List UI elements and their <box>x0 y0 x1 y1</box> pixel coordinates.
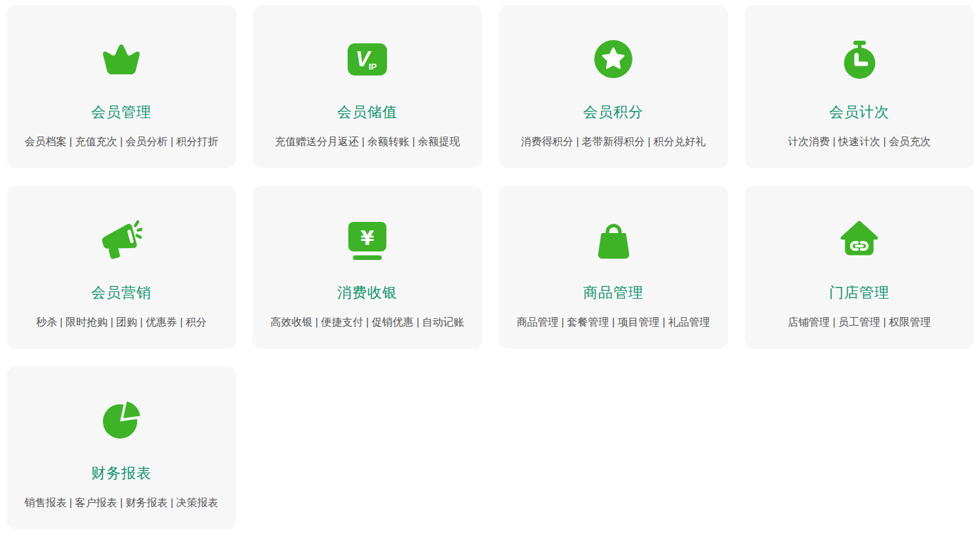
card-subtitle: 充值赠送分月返还 | 余额转账 | 余额提现 <box>275 135 460 148</box>
card-title: 会员储值 <box>337 104 398 121</box>
card-checkout-cashier[interactable]: ¥ 消费收银 高效收银 | 便捷支付 | 促销优惠 | 自动记账 <box>253 186 482 349</box>
card-member-counting[interactable]: 会员计次 计次消费 | 快速计次 | 会员充次 <box>745 5 974 168</box>
card-subtitle: 高效收银 | 便捷支付 | 促销优惠 | 自动记账 <box>270 316 464 329</box>
svg-text:¥: ¥ <box>361 226 375 249</box>
card-subtitle: 商品管理 | 套餐管理 | 项目管理 | 礼品管理 <box>516 316 710 329</box>
card-member-management[interactable]: 会员管理 会员档案 | 充值充次 | 会员分析 | 积分打折 <box>7 5 236 168</box>
card-subtitle: 会员档案 | 充值充次 | 会员分析 | 积分打折 <box>24 135 218 148</box>
card-title: 商品管理 <box>583 284 643 301</box>
card-member-stored-value[interactable]: VIP 会员储值 充值赠送分月返还 | 余额转账 | 余额提现 <box>253 5 482 168</box>
card-subtitle: 秒杀 | 限时抢购 | 团购 | 优惠券 | 积分 <box>36 316 207 329</box>
svg-text:IP: IP <box>369 62 377 72</box>
shopping-bag-icon <box>594 219 634 261</box>
card-subtitle: 销售报表 | 客户报表 | 财务报表 | 决策报表 <box>24 496 218 509</box>
card-title: 会员计次 <box>829 104 889 121</box>
card-financial-reports[interactable]: 财务报表 销售报表 | 客户报表 | 财务报表 | 决策报表 <box>7 366 236 529</box>
megaphone-icon <box>101 219 142 261</box>
card-subtitle: 店铺管理 | 员工管理 | 权限管理 <box>788 316 931 329</box>
card-grid: 会员管理 会员档案 | 充值充次 | 会员分析 | 积分打折 VIP 会员储值 … <box>0 0 980 537</box>
card-subtitle: 计次消费 | 快速计次 | 会员充次 <box>788 135 931 148</box>
stopwatch-icon <box>840 38 880 80</box>
card-product-management[interactable]: 商品管理 商品管理 | 套餐管理 | 项目管理 | 礼品管理 <box>499 186 728 349</box>
card-title: 会员积分 <box>583 104 643 121</box>
card-title: 财务报表 <box>91 465 152 482</box>
vip-badge-icon: VIP <box>346 38 388 80</box>
crown-icon <box>101 38 142 80</box>
card-member-points[interactable]: 会员积分 消费得积分 | 老带新得积分 | 积分兑好礼 <box>499 5 728 168</box>
card-subtitle: 消费得积分 | 老带新得积分 | 积分兑好礼 <box>521 135 706 148</box>
card-title: 会员管理 <box>91 104 152 121</box>
house-link-icon <box>839 219 880 261</box>
card-title: 消费收银 <box>337 284 398 301</box>
card-member-marketing[interactable]: 会员营销 秒杀 | 限时抢购 | 团购 | 优惠券 | 积分 <box>7 186 236 349</box>
pie-chart-icon <box>101 399 142 441</box>
star-circle-icon <box>593 38 634 80</box>
card-title: 门店管理 <box>829 284 889 301</box>
card-store-management[interactable]: 门店管理 店铺管理 | 员工管理 | 权限管理 <box>745 186 974 349</box>
page: 会员管理 会员档案 | 充值充次 | 会员分析 | 积分打折 VIP 会员储值 … <box>0 0 980 537</box>
card-title: 会员营销 <box>91 284 152 301</box>
cash-register-icon: ¥ <box>346 219 388 261</box>
